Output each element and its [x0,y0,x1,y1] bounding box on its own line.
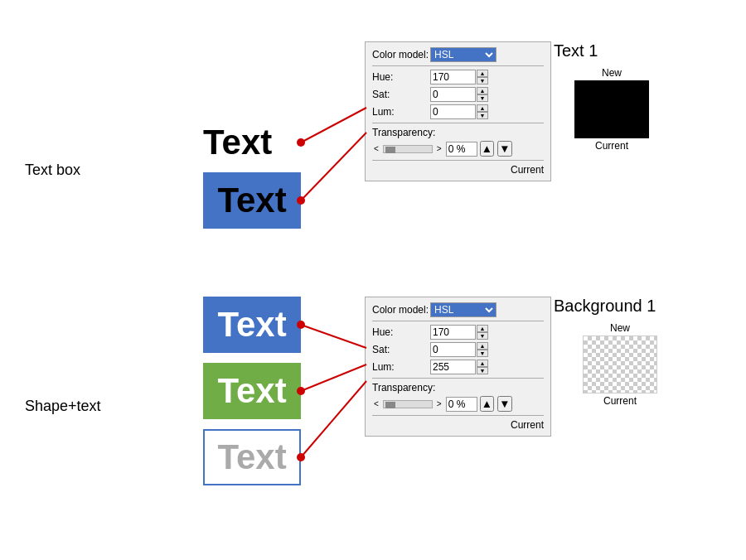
hue-up[interactable]: ▲ [477,70,488,77]
lum-row-b: Lum: ▲ ▼ [372,360,544,374]
transparency-pct-top[interactable] [446,142,477,157]
sat-label-b: Sat: [372,344,430,355]
shape-green-text: Text [217,371,286,411]
hue-up-b[interactable]: ▲ [477,325,488,332]
text1-new-label: New [554,67,670,79]
shape-green: Text [203,363,301,419]
shape-outline: Text [203,429,301,485]
transparency-label-b: Transparency: [372,382,430,393]
transparency-row-top: Transparency: [372,127,544,138]
transparency-right-btn-b[interactable]: > [435,399,443,408]
text1-new-swatch [574,80,649,138]
transparency-left-btn-b[interactable]: < [372,399,380,408]
transparency-left-btn[interactable]: < [372,144,380,153]
lum-down-b[interactable]: ▼ [477,367,488,374]
color-model-label-b: Color model: [372,304,430,316]
trans-up-b[interactable]: ▲ [480,396,494,412]
text-plain: Text [203,123,272,162]
shape-outline-text: Text [217,437,286,477]
bg1-new-swatch [583,336,657,393]
sat-row: Sat: ▲ ▼ [372,87,544,102]
hue-spinner-b: ▲ ▼ [477,325,488,340]
lum-spinner-b: ▲ ▼ [477,360,488,374]
transparency-slider-b[interactable] [383,400,433,408]
lum-input[interactable] [430,104,476,119]
lum-up-b[interactable]: ▲ [477,360,488,367]
hue-row: Hue: ▲ ▼ [372,70,544,84]
lum-up[interactable]: ▲ [477,104,488,112]
color-model-label: Color model: [372,49,430,60]
bg1-new-label: New [554,322,686,334]
sat-spinner-b: ▲ ▼ [477,342,488,357]
lum-spinner: ▲ ▼ [477,104,488,119]
sat-label: Sat: [372,89,430,100]
transparency-thumb-top [385,147,395,153]
hue-row-b: Hue: ▲ ▼ [372,325,544,340]
lum-label: Lum: [372,106,430,118]
hue-label: Hue: [372,71,430,83]
sat-up[interactable]: ▲ [477,87,488,94]
trans-down-top[interactable]: ▼ [497,141,511,157]
shape-blue: Text [203,297,301,353]
transparency-row-b: Transparency: [372,382,544,393]
sat-up-b[interactable]: ▲ [477,342,488,350]
text1-current-label: Current [554,140,670,152]
sat-down-b[interactable]: ▼ [477,350,488,357]
color-panel-bottom: Color model: HSL Hue: ▲ ▼ Sat: ▲ ▼ Lum: … [365,297,551,437]
transparency-label-top: Transparency: [372,127,430,138]
trans-up-top[interactable]: ▲ [480,141,494,157]
transparency-pct-b[interactable] [446,397,477,412]
lum-row: Lum: ▲ ▼ [372,104,544,119]
shape-blue-text: Text [217,305,286,345]
current-label-top: Current [372,164,544,176]
sat-input-b[interactable] [430,342,476,357]
text-box-blue-text: Text [217,181,286,220]
current-label-b: Current [372,419,544,431]
bg1-current-label: Current [554,395,686,407]
lum-down[interactable]: ▼ [477,112,488,119]
bg1-title: Background 1 [554,297,686,316]
transparency-spinner-b: ▲ ▼ [480,396,512,412]
text-box-label: Text box [25,162,80,179]
sat-input[interactable] [430,87,476,102]
bg1-panel: Background 1 New Current [554,297,686,407]
color-model-dropdown-b[interactable]: HSL [430,302,497,317]
transparency-spinner-top: ▲ ▼ [480,141,512,157]
color-model-dropdown[interactable]: HSL [430,47,497,62]
text1-panel: Text 1 New Current [554,41,670,152]
color-panel-top: Color model: HSL Hue: ▲ ▼ Sat: ▲ ▼ Lum: … [365,41,551,181]
transparency-slider-top[interactable] [383,145,433,153]
hue-input[interactable] [430,70,476,84]
hue-input-b[interactable] [430,325,476,340]
lum-input-b[interactable] [430,360,476,374]
transparency-thumb-b [385,402,395,408]
transparency-right-btn[interactable]: > [435,144,443,153]
sat-row-b: Sat: ▲ ▼ [372,342,544,357]
text-box-blue: Text [203,172,301,229]
hue-label-b: Hue: [372,326,430,338]
hue-spinner: ▲ ▼ [477,70,488,84]
color-model-row-b: Color model: HSL [372,302,544,317]
text1-title: Text 1 [554,41,670,60]
hue-down-b[interactable]: ▼ [477,332,488,340]
color-model-row: Color model: HSL [372,47,544,62]
sat-down[interactable]: ▼ [477,94,488,102]
sat-spinner: ▲ ▼ [477,87,488,102]
shape-text-label: Shape+text [25,398,101,415]
hue-down[interactable]: ▼ [477,77,488,84]
lum-label-b: Lum: [372,361,430,373]
trans-down-b[interactable]: ▼ [497,396,511,412]
